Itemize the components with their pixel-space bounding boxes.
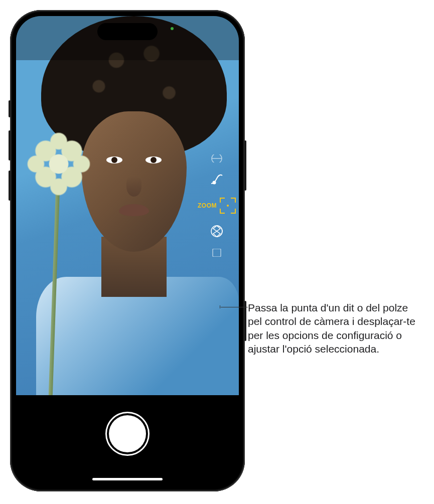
volume-up-button[interactable] xyxy=(9,130,11,160)
action-button[interactable] xyxy=(9,100,11,117)
svg-rect-4 xyxy=(213,249,221,257)
zoom-label: ZOOM xyxy=(198,202,217,209)
camera-bottom-bar xyxy=(16,395,239,485)
svg-point-2 xyxy=(213,182,216,184)
zoom-control[interactable]: ZOOM xyxy=(198,198,236,214)
phone-screen: ZOOM xyxy=(16,16,239,485)
iphone-device-frame: ZOOM xyxy=(10,10,245,491)
shutter-button[interactable] xyxy=(109,415,146,452)
callout-leader-line xyxy=(221,307,248,307)
photographic-styles-icon[interactable] xyxy=(207,222,226,241)
annotation-callout: Passa la punta d'un dit o del polze pel … xyxy=(248,301,423,356)
frame-focus-icon xyxy=(220,198,236,214)
camera-control-overlay[interactable]: ZOOM xyxy=(198,154,236,257)
callout-text: Passa la punta d'un dit o del polze pel … xyxy=(248,301,423,356)
exposure-control-icon[interactable] xyxy=(207,154,226,162)
dynamic-island[interactable] xyxy=(97,23,158,40)
camera-viewfinder[interactable]: ZOOM xyxy=(16,16,239,395)
home-indicator[interactable] xyxy=(92,478,163,480)
side-button[interactable] xyxy=(244,140,246,191)
depth-control-icon[interactable] xyxy=(207,171,226,190)
tone-control-icon[interactable] xyxy=(207,249,226,257)
volume-down-button[interactable] xyxy=(9,171,11,201)
